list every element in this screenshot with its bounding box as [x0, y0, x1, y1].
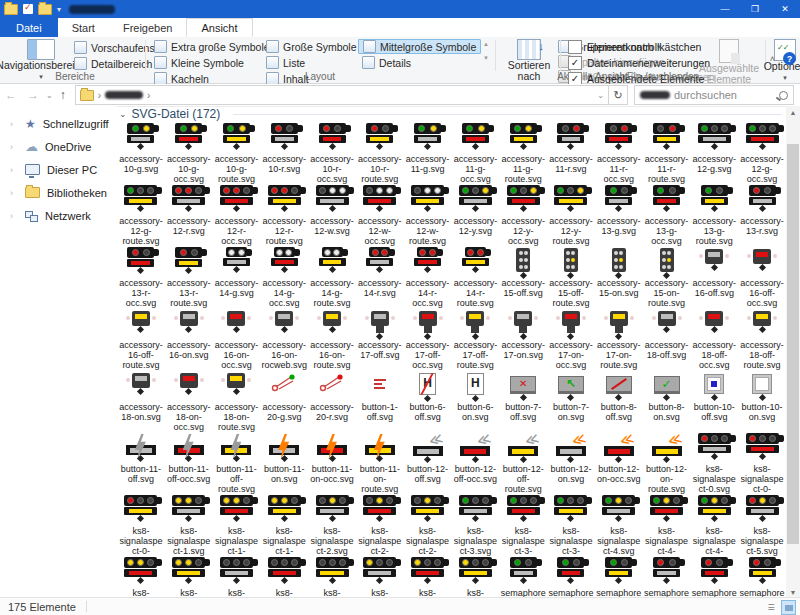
sidebar-item-onedrive[interactable]: › ☁ OneDrive	[0, 135, 117, 158]
file-item[interactable]: accessory-15-off-route.svg	[547, 246, 595, 308]
customize-toolbar-caret-icon[interactable]: ▾	[57, 5, 61, 14]
file-item[interactable]: ≪button-12-off-route.svg	[499, 432, 547, 494]
layout-option-kleine-symbole[interactable]: Kleine Symbole	[150, 55, 274, 70]
file-item[interactable]: accessory-10-g.svg	[117, 122, 165, 184]
file-item[interactable]: accessory-16-on-rocweb.svg	[260, 308, 308, 370]
file-item[interactable]: accessory-16-off.svg	[690, 246, 738, 308]
file-item[interactable]: accessory-12-r.svg	[165, 184, 213, 246]
file-item[interactable]: accessory-10-r-occ.svg	[308, 122, 356, 184]
expand-chevron-icon[interactable]: ›	[10, 211, 18, 221]
file-item[interactable]: accessory-10-r.svg	[260, 122, 308, 184]
file-item[interactable]: ks8-signalaspect-7.svg	[356, 556, 404, 598]
file-item[interactable]: ks8-signalaspect-0.svg	[690, 432, 738, 494]
file-item[interactable]: accessory-20-r.svg	[308, 370, 356, 432]
tab-datei[interactable]: Datei	[0, 18, 58, 37]
file-item[interactable]: accessory-11-g.svg	[404, 122, 452, 184]
file-item[interactable]: accessory-14-g-occ.svg	[260, 246, 308, 308]
file-item[interactable]: ks8-signalaspect-3.svg	[451, 494, 499, 556]
file-item[interactable]: accessory-12-g.svg	[690, 122, 738, 184]
file-item[interactable]: ks8-signalaspect-1-occ.svg	[213, 494, 261, 556]
address-dropdown-icon[interactable]: ⌄	[597, 91, 604, 100]
scroll-up-icon[interactable]: ▲	[786, 106, 800, 118]
file-item[interactable]: accessory-12-w-route.svg	[404, 184, 452, 246]
layout-scroll-up-icon[interactable]: ▲	[483, 41, 489, 47]
details-view-toggle-icon[interactable]: ☰	[763, 600, 778, 615]
tab-freigeben[interactable]: Freigeben	[109, 18, 187, 37]
file-item[interactable]: accessory-17-off.svg	[356, 308, 404, 370]
expand-chevron-icon[interactable]: ›	[10, 165, 18, 175]
file-item[interactable]: accessory-13-g-occ.svg	[643, 184, 691, 246]
file-item[interactable]: accessory-12-r-route.svg	[260, 184, 308, 246]
file-item[interactable]: accessory-11-r-route.svg	[643, 122, 691, 184]
file-item[interactable]: ks8-signalaspect-2-route.svg	[404, 494, 452, 556]
file-item[interactable]: accessory-17-on.svg	[499, 308, 547, 370]
address-bar[interactable]: › › ⌄	[75, 85, 609, 105]
file-item[interactable]: ks8-signalaspect-0-occ.svg	[738, 432, 786, 494]
file-item[interactable]: button-1-off.svg	[356, 370, 404, 432]
file-item[interactable]: button-11-off-occ.svg	[165, 432, 213, 494]
file-item[interactable]: accessory-11-r-occ.svg	[595, 122, 643, 184]
file-item[interactable]: ks8-signalaspect-2.svg	[308, 494, 356, 556]
checkbox-item-checkboxes[interactable]: Elementkontrollkästchen	[568, 40, 710, 54]
checkbox-file-extensions[interactable]: ✓ Dateinamenerweiterungen	[568, 56, 710, 70]
layout-option-extra-grosse-symbole[interactable]: Extra große Symbole	[150, 39, 274, 54]
file-item[interactable]: accessory-13-g.svg	[595, 184, 643, 246]
file-item[interactable]: ✕button-7-off.svg	[499, 370, 547, 432]
file-item[interactable]: accessory-17-off-route.svg	[451, 308, 499, 370]
file-item[interactable]: semaphore-g-route.svg	[595, 556, 643, 598]
expand-chevron-icon[interactable]: ›	[10, 119, 18, 129]
file-item[interactable]: ks8-signalaspect-1.svg	[165, 494, 213, 556]
file-item[interactable]: accessory-10-r-route.svg	[356, 122, 404, 184]
file-item[interactable]: ks8-signalaspect-6-occ.svg	[260, 556, 308, 598]
file-item[interactable]: ≪button-12-on-route.svg	[643, 432, 691, 494]
tab-ansicht[interactable]: Ansicht	[186, 18, 252, 37]
file-item[interactable]: semaphore-r.svg	[643, 556, 691, 598]
layout-option-details[interactable]: Details	[358, 55, 481, 70]
file-item[interactable]: accessory-13-r-occ.svg	[117, 246, 165, 308]
file-item[interactable]: accessory-20-g.svg	[260, 370, 308, 432]
file-item[interactable]: accessory-12-w-occ.svg	[356, 184, 404, 246]
file-item[interactable]: ks8-signalaspect-3-route.svg	[547, 494, 595, 556]
file-item[interactable]: ks8-signalaspect-6-route.svg	[308, 556, 356, 598]
sidebar-item-schnellzugriff[interactable]: › ★ Schnellzugriff	[0, 112, 117, 135]
file-item[interactable]: accessory-11-g-route.svg	[499, 122, 547, 184]
properties-icon[interactable]	[23, 4, 33, 14]
file-item[interactable]: accessory-18-off-occ.svg	[690, 308, 738, 370]
minimize-button[interactable]: —	[710, 0, 740, 18]
back-button[interactable]: ←	[0, 88, 22, 102]
file-item[interactable]: ks8-signalaspect-0-route.svg	[117, 494, 165, 556]
file-item[interactable]: ks8-signalaspect-7-occ.svg	[404, 556, 452, 598]
file-item[interactable]: accessory-16-on.svg	[165, 308, 213, 370]
layout-option-grosse-symbole[interactable]: Große Symbole	[262, 39, 361, 54]
file-item[interactable]: ks8-signalaspect-7-route.svg	[451, 556, 499, 598]
file-item[interactable]: ks8-signalaspect-4.svg	[595, 494, 643, 556]
file-item[interactable]: accessory-16-off-route.svg	[117, 308, 165, 370]
file-item[interactable]: accessory-16-on-occ.svg	[213, 308, 261, 370]
file-item[interactable]: accessory-15-off.svg	[499, 246, 547, 308]
file-item[interactable]: ≪button-12-off-occ.svg	[451, 432, 499, 494]
file-item[interactable]: ks8-signalaspect-1-route.svg	[260, 494, 308, 556]
file-item[interactable]: ks8-signalaspect-5-route.svg	[165, 556, 213, 598]
file-item[interactable]: ks8-signalaspect-2-occ.svg	[356, 494, 404, 556]
file-item[interactable]: button-8-off.svg	[595, 370, 643, 432]
file-item[interactable]: accessory-18-off-route.svg	[738, 308, 786, 370]
file-item[interactable]: accessory-12-y-route.svg	[547, 184, 595, 246]
file-item[interactable]: button-10-on.svg	[738, 370, 786, 432]
file-item[interactable]: button-11-off.svg	[117, 432, 165, 494]
file-item[interactable]: accessory-15-on.svg	[595, 246, 643, 308]
close-button[interactable]: ✕	[770, 0, 800, 18]
file-item[interactable]: accessory-12-g-occ.svg	[738, 122, 786, 184]
file-item[interactable]: accessory-14-r-occ.svg	[404, 246, 452, 308]
file-item[interactable]: ≪button-12-on-occ.svg	[595, 432, 643, 494]
file-item[interactable]: button-10-off.svg	[690, 370, 738, 432]
file-item[interactable]: accessory-17-off-occ.svg	[404, 308, 452, 370]
search-input[interactable]: durchsuchen	[634, 85, 794, 105]
forward-button[interactable]: →	[22, 88, 44, 102]
sidebar-item-netzwerk[interactable]: › Netzwerk	[0, 204, 117, 227]
file-item[interactable]: accessory-14-r-route.svg	[451, 246, 499, 308]
file-item[interactable]: button-11-on-occ.svg	[308, 432, 356, 494]
file-item[interactable]: accessory-18-on-occ.svg	[165, 370, 213, 432]
layout-scroll-down-icon[interactable]: ▼	[483, 55, 489, 61]
file-item[interactable]: accessory-16-on-route.svg	[308, 308, 356, 370]
file-item[interactable]: ks8-signalaspect-5.svg	[738, 494, 786, 556]
